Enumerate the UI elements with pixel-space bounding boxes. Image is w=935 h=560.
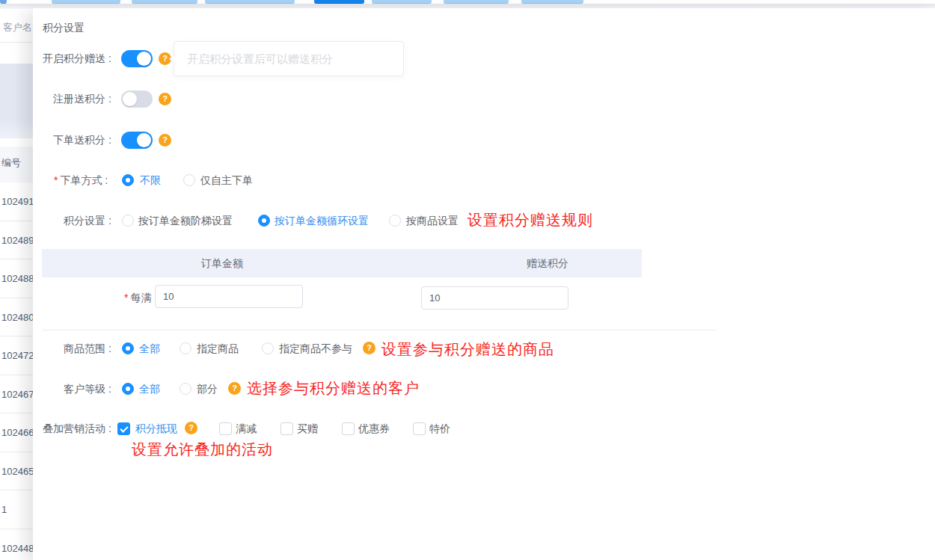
help-icon[interactable] xyxy=(159,93,171,105)
radio-order-mode-self-only[interactable] xyxy=(183,174,195,186)
row-id: 102488 xyxy=(1,273,34,284)
field-label-enable-points: 开启积分赠送 : xyxy=(43,51,111,66)
checkbox-label-coupon[interactable]: 优惠券 xyxy=(358,421,390,436)
enable-points-toggle[interactable] xyxy=(121,50,153,67)
field-label-text: 下单方式 : xyxy=(60,174,108,186)
table-row[interactable]: 102472 xyxy=(0,336,34,375)
page: 客户名 编号 102491 102489 102488 102480 10247… xyxy=(0,0,935,560)
order-points-toggle[interactable] xyxy=(121,132,153,149)
row-id: 102491 xyxy=(1,196,34,207)
drawer-title: 积分设置 xyxy=(43,22,85,35)
rule-table-header-points: 赠送积分 xyxy=(527,257,568,271)
field-label-text: 每满 xyxy=(130,292,151,304)
table-row[interactable]: 102489 xyxy=(0,221,34,260)
radio-label-goods-excluded[interactable]: 指定商品不参与 xyxy=(279,341,352,356)
radio-label-by-amount-tier[interactable]: 按订单金额阶梯设置 xyxy=(138,213,233,228)
rule-table-header-amount: 订单金额 xyxy=(201,257,243,271)
radio-goods-specified[interactable] xyxy=(180,342,191,354)
table-row[interactable]: 1 xyxy=(0,490,34,529)
field-label-order-points: 下单送积分 : xyxy=(53,132,111,147)
table-row[interactable]: 102467 xyxy=(0,375,34,414)
points-settings-drawer: 积分设置 开启积分赠送 : 开启积分设置后可以赠送积分 注册送积分 : 下单送积… xyxy=(33,8,935,560)
column-header-customer-name: 客户名 xyxy=(3,21,32,34)
row-id: 102472 xyxy=(1,350,34,361)
checkbox-coupon[interactable] xyxy=(342,422,355,435)
radio-goods-excluded[interactable] xyxy=(262,342,274,354)
help-icon[interactable] xyxy=(185,422,197,434)
annotation-rule: 设置积分赠送规则 xyxy=(468,210,593,230)
divider xyxy=(0,42,34,43)
row-id: 1 xyxy=(1,504,7,515)
help-icon[interactable] xyxy=(228,382,241,395)
radio-label-order-mode-self-only[interactable]: 仅自主下单 xyxy=(200,173,253,188)
radio-level-all[interactable] xyxy=(122,383,134,395)
checkbox-label-buy-gift[interactable]: 买赠 xyxy=(297,421,318,436)
annotation-customer: 选择参与积分赠送的客户 xyxy=(247,378,420,398)
column-header-id: 编号 xyxy=(1,156,21,170)
table-row[interactable]: 102466 xyxy=(0,413,34,452)
row-id: 102467 xyxy=(1,389,34,400)
checkbox-points-deduction[interactable] xyxy=(117,422,130,435)
table-row[interactable]: 102448 xyxy=(0,529,34,560)
row-id: 102480 xyxy=(1,312,34,323)
checkbox-label-points-deduction[interactable]: 积分抵现 xyxy=(135,421,177,436)
field-label-customer-level: 客户等级 : xyxy=(64,381,111,396)
field-label-register-points: 注册送积分 : xyxy=(53,91,111,106)
radio-by-amount-tier[interactable] xyxy=(122,215,134,227)
help-icon[interactable] xyxy=(363,342,375,354)
table-row[interactable]: 102480 xyxy=(0,298,34,337)
checkbox-label-special-price[interactable]: 特价 xyxy=(429,421,450,436)
row-id: 102465 xyxy=(1,466,34,477)
radio-label-by-amount-cycle[interactable]: 按订单金额循环设置 xyxy=(275,213,369,228)
field-label-marketing: 叠加营销活动 : xyxy=(43,421,111,436)
radio-label-level-all[interactable]: 全部 xyxy=(139,381,160,396)
help-icon[interactable] xyxy=(159,134,171,147)
amount-input[interactable] xyxy=(155,285,303,308)
checkbox-buy-gift[interactable] xyxy=(280,422,293,435)
enable-points-tooltip: 开启积分设置后可以赠送积分 xyxy=(174,41,404,76)
table-row[interactable]: 102465 xyxy=(0,452,34,491)
radio-level-partial[interactable] xyxy=(180,383,191,395)
required-mark: * xyxy=(54,174,58,186)
table-row[interactable]: 102488 xyxy=(0,259,34,298)
points-input[interactable] xyxy=(421,286,568,310)
radio-label-level-partial[interactable]: 部分 xyxy=(197,381,218,396)
required-mark: * xyxy=(124,292,128,304)
row-id: 102448 xyxy=(1,543,34,554)
register-points-toggle[interactable] xyxy=(121,90,153,108)
annotation-goods: 设置参与积分赠送的商品 xyxy=(381,339,554,359)
checkbox-full-reduction[interactable] xyxy=(219,422,232,435)
radio-by-product[interactable] xyxy=(389,215,401,227)
radio-label-goods-specified[interactable]: 指定商品 xyxy=(197,341,239,356)
radio-label-goods-all[interactable]: 全部 xyxy=(139,341,160,356)
row-id: 102466 xyxy=(1,427,34,438)
radio-order-mode-unlimited[interactable] xyxy=(122,174,134,186)
checkbox-special-price[interactable] xyxy=(413,422,426,435)
radio-label-order-mode-unlimited[interactable]: 不限 xyxy=(140,173,161,188)
section-divider xyxy=(42,330,717,330)
field-label-per-amount: *每满 xyxy=(124,290,151,305)
annotation-stackable: 设置允许叠加的活动 xyxy=(132,440,273,459)
radio-goods-all[interactable] xyxy=(122,342,134,354)
field-label-order-mode: *下单方式 : xyxy=(54,173,108,188)
field-label-goods-scope: 商品范围 : xyxy=(64,341,111,356)
row-id: 102489 xyxy=(1,235,34,246)
table-row[interactable]: 102491 xyxy=(0,182,34,221)
radio-by-amount-cycle[interactable] xyxy=(258,215,270,227)
background-table: 102491 102489 102488 102480 102472 10246… xyxy=(0,182,34,560)
field-label-points-setting: 积分设置 : xyxy=(64,213,111,228)
tooltip-text: 开启积分设置后可以赠送积分 xyxy=(187,52,333,65)
checkbox-label-full-reduction[interactable]: 满减 xyxy=(236,421,257,436)
radio-label-by-product[interactable]: 按商品设置 xyxy=(406,213,459,228)
